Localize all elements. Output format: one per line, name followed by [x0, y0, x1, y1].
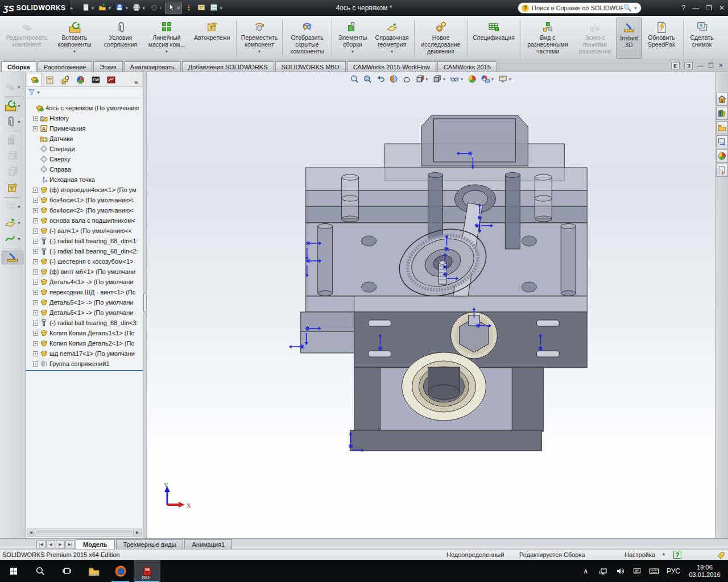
panel-tab-displaymanager[interactable]	[73, 73, 88, 86]
model-shaft[interactable]	[428, 367, 460, 400]
tree-item[interactable]: +Деталь4<1> -> (По умолчани	[27, 277, 143, 287]
dropdown-arrow-icon[interactable]: ▼	[442, 77, 446, 81]
model-slot[interactable]	[536, 320, 559, 326]
panel-tab-camworks-tree[interactable]	[104, 73, 119, 86]
volume-icon[interactable]	[612, 567, 628, 576]
tab-анализировать[interactable]: Анализировать	[124, 61, 181, 72]
tree-item[interactable]: +(-) radial ball bearing_68_din<2:	[27, 246, 143, 256]
ribbon-button-11[interactable]: Спецификация	[469, 18, 518, 59]
ribbon-button-12[interactable]: Вид с разнесенными частями	[522, 18, 573, 59]
tree-item[interactable]: Спереди	[27, 144, 143, 154]
doc-close-icon[interactable]: ✕	[718, 62, 723, 69]
home-button[interactable]	[716, 93, 728, 106]
tree-item[interactable]: +(-) radial ball bearing_68_din<1:	[27, 236, 143, 246]
ribbon-button-4[interactable]: Линейный массив ком...▼	[143, 18, 190, 59]
save-button[interactable]: ▼	[114, 2, 130, 14]
tree-item[interactable]: Справа	[27, 164, 143, 174]
left-tool-display-cube[interactable]	[2, 165, 23, 179]
ribbon-button-15[interactable]: Обновить SpeedPak	[642, 18, 681, 59]
ribbon-button-8[interactable]: Элементы сборки▼	[334, 18, 371, 59]
left-tool-instant3d[interactable]	[2, 251, 23, 264]
model-bolt[interactable]	[561, 226, 576, 293]
rotate-view-button[interactable]	[402, 74, 412, 84]
panel-tab-configurations[interactable]	[57, 73, 73, 86]
explorer-button[interactable]	[80, 560, 107, 582]
network-icon[interactable]	[595, 567, 611, 576]
previous-view-button[interactable]	[375, 74, 386, 84]
tree-item[interactable]: +переходник ШД - винт<1> (Пс	[27, 287, 143, 297]
expand-icon[interactable]: +	[33, 290, 38, 295]
dropdown-arrow-icon[interactable]: ▼	[176, 6, 180, 10]
expand-icon[interactable]: +	[33, 249, 38, 254]
tree-item[interactable]: +(-) вал<1> (По умолчанию<<	[27, 226, 143, 236]
select-cursor-button[interactable]: ▼	[165, 2, 182, 14]
dropdown-arrow-icon[interactable]: ▼	[165, 48, 169, 55]
expand-icon[interactable]: +	[33, 321, 38, 326]
scroll-left-icon[interactable]: ◀	[27, 529, 35, 536]
language-indicator[interactable]: РУС	[663, 567, 684, 575]
close-button[interactable]: ✕	[719, 4, 725, 12]
tree-item[interactable]: +Деталь6<1> -> (По умолчани	[27, 307, 143, 318]
file-properties-button[interactable]: ▼	[208, 2, 224, 14]
expand-icon[interactable]: +	[33, 269, 38, 275]
graphics-viewport[interactable]: Y X ▼▼▼▼▼	[147, 72, 715, 538]
display-style-button[interactable]: ▼	[432, 74, 447, 84]
dropdown-arrow-icon[interactable]: ▼	[17, 120, 21, 124]
left-tool-smart-fasteners[interactable]	[2, 181, 23, 195]
expand-icon[interactable]: +	[33, 300, 38, 305]
undo-button[interactable]: ▼	[148, 2, 164, 14]
ribbon-button-10[interactable]: Новое исследование движения	[416, 18, 465, 59]
dropdown-arrow-icon[interactable]: ▼	[460, 77, 464, 81]
model-slot[interactable]	[536, 351, 559, 357]
zoom-area-button[interactable]	[362, 74, 373, 84]
tab-расположение[interactable]: Расположение	[38, 61, 93, 72]
dropdown-arrow-icon[interactable]: ▼	[508, 77, 512, 81]
search-dropdown-icon[interactable]: ▼	[634, 6, 638, 10]
tab-сборка[interactable]: Сборка	[1, 61, 36, 72]
help-button[interactable]: ?	[681, 4, 685, 12]
edit-appearance-button[interactable]	[467, 74, 477, 84]
expand-icon[interactable]: +	[33, 126, 38, 131]
solidworks-app-button[interactable]: SW2015	[134, 560, 160, 582]
dropdown-arrow-icon[interactable]: ▼	[390, 48, 394, 55]
tree-root-item[interactable]: 4ось с червяком (По умолчанию	[27, 103, 143, 113]
expand-icon[interactable]: +	[33, 208, 38, 213]
dropdown-arrow-icon[interactable]: ▼	[107, 6, 111, 10]
model-hex-nut[interactable]	[450, 312, 497, 359]
model-slot[interactable]	[369, 320, 391, 326]
tree-item[interactable]: +Копия Копия Деталь1<1> (По	[27, 328, 143, 338]
filter-dropdown-icon[interactable]: ▼	[36, 90, 40, 94]
dropdown-arrow-icon[interactable]: ▼	[17, 237, 21, 241]
rebuild-button[interactable]	[183, 2, 195, 14]
expand-icon[interactable]: +	[33, 341, 38, 346]
dropdown-arrow-icon[interactable]: ▼	[91, 6, 95, 10]
pane-left-icon[interactable]: ◧	[671, 62, 680, 69]
tab-solidworks-mbd[interactable]: SOLIDWORKS MBD	[275, 61, 346, 72]
tree-split-bar[interactable]	[26, 370, 143, 371]
ribbon-button-2[interactable]: Вставить компоненты▼	[51, 18, 98, 59]
ribbon-button-14[interactable]: Instant 3D	[617, 18, 642, 59]
expand-icon[interactable]: +	[33, 198, 38, 203]
dropdown-arrow-icon[interactable]: ▼	[17, 104, 21, 108]
task-view-button[interactable]	[53, 560, 80, 582]
print-button[interactable]: ▼	[131, 2, 147, 14]
zoom-fit-button[interactable]	[349, 74, 359, 84]
assembly-model[interactable]: Y X	[147, 72, 715, 538]
model-slot[interactable]	[369, 351, 391, 357]
section-view-button[interactable]	[388, 74, 399, 84]
expand-icon[interactable]: +	[33, 218, 38, 223]
tag-icon[interactable]	[717, 551, 725, 561]
model-stud[interactable]	[342, 177, 359, 219]
tab-prev-icon[interactable]: ◀	[46, 541, 55, 548]
model-tab-трехмерные виды[interactable]: Трехмерные виды	[116, 539, 184, 549]
ribbon-button-6[interactable]: Переместить компонент▼	[238, 18, 280, 59]
panel-tab-cw[interactable]: CW	[88, 73, 104, 86]
dropdown-arrow-icon[interactable]: ▼	[258, 48, 262, 55]
search-icon[interactable]: 🔍	[623, 4, 632, 12]
tree-filter-row[interactable]: ▼	[26, 87, 143, 98]
tree-horizontal-scrollbar[interactable]: ◀ ▶	[27, 529, 142, 537]
panel-tabs-overflow[interactable]: »	[130, 78, 143, 86]
ribbon-button-3[interactable]: Условия сопряжения	[98, 18, 143, 59]
tab-добавления-solidworks[interactable]: Добавления SOLIDWORKS	[182, 61, 274, 72]
model-bolt[interactable]	[318, 226, 333, 293]
